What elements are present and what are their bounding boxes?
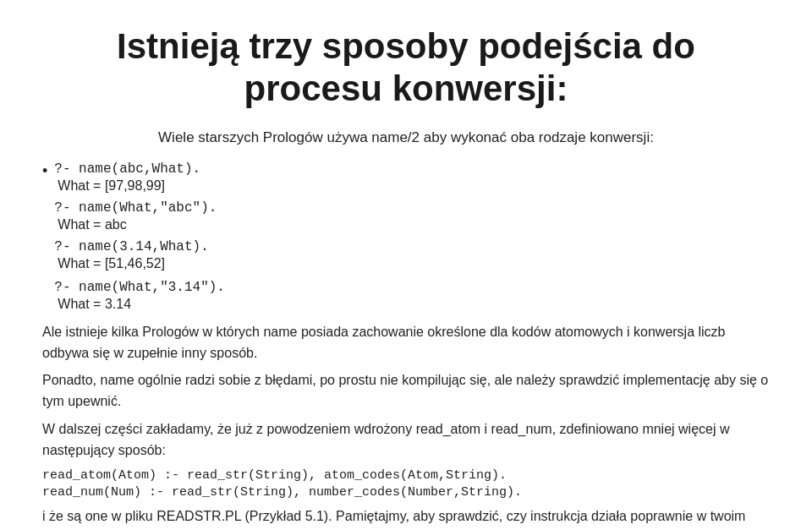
closing-paragraph: i że są one w pliku READSTR.PL (Przykład… [42,506,770,530]
bullet-dot-1: • [42,162,47,180]
paragraph-3: W dalszej części zakładamy, że już z pow… [42,419,770,462]
code-3: ?- name(3.14,What). [54,239,208,254]
code-4: ?- name(What,"3.14"). [54,280,225,295]
paragraph-1: Ale istnieje kilka Prologów w których na… [42,322,770,364]
code-1: ?- name(abc,What). [54,161,200,177]
bullet-item-1: • ?- name(abc,What). What = [97,98,99] [42,161,770,199]
result-3: What = [51,46,52] [58,256,208,271]
bullet-item-4: • ?- name(What,"3.14"). What = 3.14 [42,280,770,317]
result-4: What = 3.14 [58,297,225,312]
subtitle: Wiele starszych Prologów używa name/2 ab… [42,129,770,146]
bullet-item-2: • ?- name(What,"abc"). What = abc [42,200,770,238]
paragraph-2: Ponadto, name ogólnie radzi sobie z błęd… [42,370,770,413]
code-read-atom: read_atom(Atom) :- read_str(String), ato… [42,468,770,483]
result-2: What = abc [58,217,217,232]
code-read-num: read_num(Num) :- read_str(String), numbe… [42,485,770,500]
bullet-item-3: • ?- name(3.14,What). What = [51,46,52] [42,239,770,276]
result-1: What = [97,98,99] [58,178,200,194]
code-2: ?- name(What,"abc"). [54,200,217,216]
main-title: Istnieją trzy sposoby podejścia do proce… [42,25,770,111]
